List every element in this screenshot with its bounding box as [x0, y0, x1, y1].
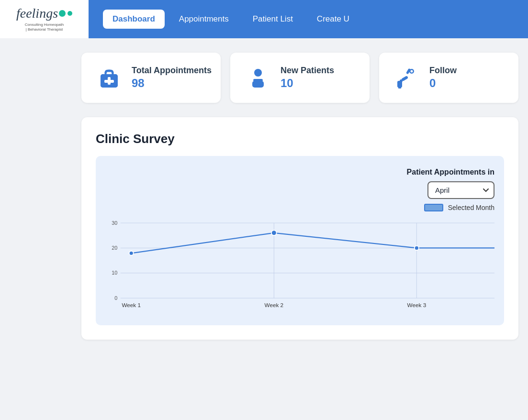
- navbar: feelings Consulting Homeopath | Behavior…: [0, 0, 528, 38]
- stat-info-new-patients: New Patients 10: [281, 66, 334, 90]
- brand-name: feelings: [16, 6, 58, 21]
- survey-section: Clinic Survey Patient Appointments in Ja…: [81, 117, 518, 340]
- chart-controls: Patient Appointments in January February…: [105, 168, 494, 211]
- nav-links: Dashboard Appointments Patient List Crea…: [103, 10, 518, 29]
- chart-title: Patient Appointments in: [407, 168, 494, 177]
- chart-svg: 30 20 10 0: [105, 219, 494, 314]
- medical-bag-icon: [96, 65, 122, 91]
- svg-point-15: [400, 79, 403, 82]
- stat-card-total-appointments: Total Appointments 98: [81, 53, 221, 103]
- survey-title: Clinic Survey: [96, 132, 504, 146]
- y-label-20: 20: [112, 245, 117, 251]
- main-content: Total Appointments 98 New Patients 10: [0, 38, 528, 359]
- nav-appointments[interactable]: Appointments: [169, 10, 238, 29]
- logo-area: feelings Consulting Homeopath | Behavior…: [0, 0, 89, 38]
- svg-point-6: [254, 69, 262, 77]
- y-label-30: 30: [112, 220, 117, 226]
- x-label-week2: Week 2: [265, 302, 284, 308]
- legend-label: Selected Month: [448, 204, 494, 211]
- svg-rect-8: [252, 81, 264, 88]
- person-icon: [245, 65, 271, 91]
- stat-card-new-patients: New Patients 10: [230, 53, 370, 103]
- stat-label-new-patients: New Patients: [281, 66, 334, 76]
- nav-dashboard[interactable]: Dashboard: [103, 10, 165, 29]
- chart-legend: Selected Month: [424, 204, 494, 211]
- chart-line: [131, 233, 494, 253]
- stat-card-follow: Follow 0: [379, 53, 518, 103]
- y-label-10: 10: [112, 270, 117, 276]
- brand-tagline: Consulting Homeopath | Behavioral Therap…: [25, 22, 64, 33]
- stat-info-total-appointments: Total Appointments 98: [132, 66, 212, 90]
- stat-info-follow: Follow 0: [429, 66, 457, 90]
- chart-svg-wrapper: 30 20 10 0: [105, 219, 494, 316]
- legend-swatch: [424, 204, 443, 211]
- svg-rect-5: [104, 80, 114, 83]
- stat-value-total-appointments: 98: [132, 77, 212, 90]
- robot-arm-icon: [393, 65, 420, 91]
- svg-point-13: [410, 70, 413, 72]
- brand-dot: [59, 10, 66, 17]
- svg-rect-14: [398, 87, 401, 88]
- nav-create-u[interactable]: Create U: [307, 10, 359, 29]
- chart-container: Patient Appointments in January February…: [96, 156, 504, 325]
- stat-cards: Total Appointments 98 New Patients 10: [81, 53, 518, 103]
- stat-value-follow: 0: [429, 77, 457, 90]
- chart-point-week1: [129, 251, 134, 255]
- stat-value-new-patients: 10: [281, 77, 334, 90]
- month-select[interactable]: January February March April May June Ju…: [427, 181, 494, 199]
- y-label-0: 0: [114, 295, 117, 301]
- stat-label-follow: Follow: [429, 66, 457, 76]
- chart-point-week3: [415, 246, 419, 250]
- x-label-week1: Week 1: [122, 302, 141, 308]
- nav-patient-list[interactable]: Patient List: [243, 10, 303, 29]
- chart-point-week2: [271, 230, 277, 235]
- stat-label-total-appointments: Total Appointments: [132, 66, 212, 76]
- brand-dot2: [67, 11, 72, 16]
- x-label-week3: Week 3: [407, 302, 427, 308]
